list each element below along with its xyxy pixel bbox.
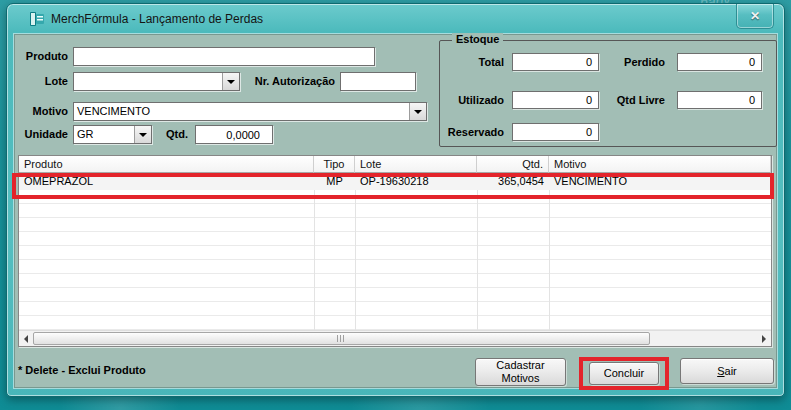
grid-header: Produto Tipo Lote Qtd. Motivo — [19, 156, 771, 173]
title-bar[interactable]: MerchFórmula - Lançamento de Perdas — [7, 4, 784, 34]
total-value: 0 — [512, 53, 599, 71]
concluir-label: Concluir — [604, 367, 644, 380]
grid-divider — [355, 173, 356, 330]
table-row[interactable]: OMEPRAZOL MP OP-19630218 365,0454 VENCIM… — [19, 173, 771, 190]
grid-divider — [549, 173, 550, 330]
lote-label: Lote — [15, 75, 68, 87]
grid-divider — [477, 173, 478, 330]
reservado-label: Reservado — [440, 126, 504, 138]
grid-empty-rows — [19, 190, 771, 330]
sair-mnemonic: S — [717, 365, 724, 377]
total-label: Total — [440, 56, 504, 68]
reservado-value: 0 — [512, 123, 599, 141]
dialog-client-area: Produto Lote Nr. Autorização Motivo Unid… — [14, 34, 777, 388]
qtd-livre-value: 0 — [677, 91, 762, 109]
perdas-grid: Produto Tipo Lote Qtd. Motivo OMEPRAZOL … — [18, 155, 772, 347]
produto-input[interactable] — [73, 47, 375, 66]
utilizado-label: Utilizado — [440, 94, 504, 106]
cadastrar-motivos-label: Cadastrar Motivos — [490, 359, 552, 385]
estoque-groupbox: Estoque Total 0 Perdido 0 Utilizado 0 Qt… — [439, 40, 777, 147]
qtd-label: Qtd. — [155, 128, 188, 140]
nr-autorizacao-input[interactable] — [340, 72, 416, 91]
chevron-down-icon[interactable] — [134, 126, 151, 143]
chevron-down-icon[interactable] — [222, 73, 239, 90]
close-icon: ✕ — [750, 9, 760, 23]
concluir-button[interactable]: Concluir — [589, 362, 659, 385]
window-title: MerchFórmula - Lançamento de Perdas — [51, 12, 263, 26]
chevron-down-icon[interactable] — [409, 103, 426, 120]
qtd-input[interactable] — [195, 125, 273, 144]
qtd-livre-label: Qtd Livre — [590, 94, 665, 106]
scroll-right-icon[interactable] — [757, 331, 771, 347]
cell-tipo: MP — [314, 173, 355, 190]
column-header-produto: Produto — [19, 156, 314, 173]
produto-label: Produto — [15, 50, 68, 62]
scroll-left-icon[interactable] — [19, 331, 33, 347]
cadastrar-motivos-button[interactable]: Cadastrar Motivos — [475, 358, 566, 386]
unidade-value: GR — [77, 128, 94, 140]
estoque-title: Estoque — [452, 33, 503, 45]
cell-lote: OP-19630218 — [355, 173, 477, 190]
motivo-combobox[interactable]: VENCIMENTO — [73, 102, 427, 121]
perdido-value: 0 — [677, 53, 762, 71]
close-button[interactable]: ✕ — [736, 4, 774, 29]
column-header-qtd: Qtd. — [477, 156, 549, 173]
unidade-label: Unidade — [15, 128, 68, 140]
sair-label: air — [725, 365, 737, 377]
app-icon — [29, 11, 45, 27]
nr-autorizacao-label: Nr. Autorização — [245, 75, 335, 87]
column-header-motivo: Motivo — [549, 156, 771, 173]
sair-button[interactable]: Sair — [680, 358, 774, 384]
cell-produto: OMEPRAZOL — [19, 173, 314, 190]
dialog-window: MerchFórmula - Lançamento de Perdas ✕ Pr… — [6, 3, 785, 397]
column-header-tipo: Tipo — [314, 156, 355, 173]
grid-divider — [314, 173, 315, 330]
cell-qtd: 365,0454 — [477, 173, 549, 190]
unidade-combobox[interactable]: GR — [73, 125, 152, 144]
grip-icon — [337, 335, 346, 342]
motivo-label: Motivo — [15, 105, 68, 117]
scrollbar-thumb[interactable] — [33, 332, 650, 345]
lote-combobox[interactable] — [73, 72, 240, 91]
horizontal-scrollbar[interactable] — [19, 330, 771, 346]
perdido-label: Perdido — [590, 56, 665, 68]
delete-hint-label: * Delete - Exclui Produto — [18, 364, 146, 376]
column-header-lote: Lote — [355, 156, 477, 173]
utilizado-value: 0 — [512, 91, 599, 109]
cell-motivo: VENCIMENTO — [549, 173, 771, 190]
motivo-value: VENCIMENTO — [77, 105, 150, 117]
